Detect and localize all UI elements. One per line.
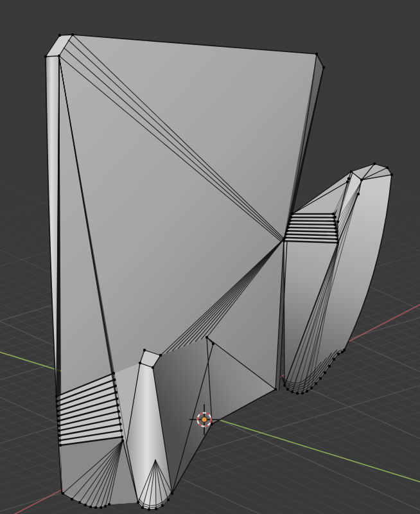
mesh-vertex[interactable]	[274, 388, 277, 391]
mesh-vertex[interactable]	[71, 33, 74, 36]
mesh-vertex[interactable]	[57, 424, 60, 427]
viewport-canvas[interactable]	[0, 0, 420, 514]
mesh-vertex[interactable]	[347, 177, 350, 180]
mesh-vertex[interactable]	[357, 193, 360, 195]
mesh-vertex[interactable]	[333, 216, 335, 218]
mesh-vertex[interactable]	[167, 499, 170, 501]
mesh-vertex[interactable]	[337, 353, 340, 355]
mesh-vertex[interactable]	[343, 349, 346, 351]
mesh-vertex[interactable]	[315, 382, 317, 385]
mesh-vertex[interactable]	[112, 372, 115, 375]
mesh-vertex[interactable]	[113, 378, 116, 381]
blender-3d-viewport[interactable]	[0, 0, 420, 514]
mesh-vertex[interactable]	[211, 423, 213, 425]
mesh-vertex[interactable]	[121, 436, 123, 438]
mesh-vertex[interactable]	[336, 238, 338, 240]
mesh-vertex[interactable]	[94, 506, 97, 509]
mesh-vertex[interactable]	[100, 506, 102, 509]
mesh-vertex[interactable]	[286, 226, 289, 229]
mesh-vertex[interactable]	[315, 53, 318, 55]
mesh-vertex[interactable]	[155, 508, 157, 510]
mesh-vertex[interactable]	[386, 166, 389, 169]
mesh-vertex[interactable]	[337, 242, 339, 244]
mesh-vertex[interactable]	[324, 371, 326, 374]
mesh-vertex[interactable]	[333, 358, 335, 360]
mesh-vertex[interactable]	[283, 240, 285, 242]
mesh-vertex[interactable]	[328, 365, 331, 368]
mesh-vertex[interactable]	[121, 439, 124, 442]
mesh-vertex[interactable]	[55, 400, 58, 402]
mesh-vertex[interactable]	[116, 403, 119, 406]
mesh-vertex[interactable]	[58, 439, 61, 441]
mesh-vertex[interactable]	[291, 213, 293, 215]
mesh-vertex[interactable]	[59, 444, 62, 447]
mesh-vertex[interactable]	[322, 66, 325, 69]
mesh-vertex[interactable]	[284, 236, 286, 239]
mesh-vertex[interactable]	[335, 231, 337, 233]
object-origin-dot	[202, 417, 207, 423]
mesh-vertex[interactable]	[62, 492, 64, 495]
mesh-vertex[interactable]	[212, 342, 214, 345]
mesh-vertex[interactable]	[57, 414, 59, 417]
mesh-vertex[interactable]	[58, 55, 60, 57]
mesh-vertex[interactable]	[206, 336, 208, 339]
mesh-vertex[interactable]	[333, 224, 336, 226]
mesh-vertex[interactable]	[108, 503, 110, 506]
mesh-vertex[interactable]	[296, 392, 299, 394]
mesh-vertex[interactable]	[171, 492, 173, 495]
mesh-vertex[interactable]	[118, 410, 120, 412]
mesh-vertex[interactable]	[116, 397, 118, 400]
mesh-vertex[interactable]	[55, 395, 58, 398]
mesh-vertex[interactable]	[78, 501, 81, 504]
mesh-vertex[interactable]	[56, 405, 58, 407]
mesh-vertex[interactable]	[288, 223, 290, 226]
mesh-vertex[interactable]	[118, 416, 121, 419]
mesh-vertex[interactable]	[337, 220, 339, 223]
mesh-vertex[interactable]	[120, 429, 123, 432]
mesh-vertex[interactable]	[373, 163, 376, 165]
mesh-vertex[interactable]	[89, 506, 92, 508]
mesh-vertex[interactable]	[332, 213, 335, 215]
mesh-vertex[interactable]	[152, 366, 154, 369]
mesh-vertex[interactable]	[115, 391, 118, 394]
mesh-vertex[interactable]	[286, 229, 288, 232]
mesh-vertex[interactable]	[119, 423, 121, 425]
mesh-vertex[interactable]	[143, 349, 146, 351]
mesh-vertex[interactable]	[319, 377, 322, 380]
mesh-vertex[interactable]	[148, 508, 150, 511]
mesh-vertex[interactable]	[346, 181, 349, 183]
mesh-vertex[interactable]	[333, 220, 336, 222]
mesh-vertex[interactable]	[141, 506, 144, 509]
mesh-vertex[interactable]	[161, 504, 164, 507]
mesh-vertex[interactable]	[139, 362, 141, 364]
mesh-vertex[interactable]	[310, 387, 313, 389]
mesh-vertex[interactable]	[390, 173, 393, 176]
mesh-vertex[interactable]	[104, 505, 107, 508]
mesh-vertex[interactable]	[360, 179, 363, 181]
mesh-vertex[interactable]	[306, 390, 308, 393]
mesh-vertex[interactable]	[44, 55, 47, 58]
mesh-vertex[interactable]	[114, 385, 116, 387]
mesh-vertex[interactable]	[334, 227, 337, 229]
mesh-vertex[interactable]	[84, 504, 87, 506]
mesh-vertex[interactable]	[283, 384, 286, 387]
mesh-vertex[interactable]	[291, 391, 293, 393]
mesh-vertex[interactable]	[159, 354, 162, 357]
mesh-vertex[interactable]	[301, 392, 304, 394]
mesh-vertex[interactable]	[57, 410, 59, 412]
mesh-vertex[interactable]	[137, 501, 139, 504]
mesh-vertex[interactable]	[58, 434, 61, 437]
mesh-vertex[interactable]	[335, 234, 338, 236]
mesh-vertex[interactable]	[71, 498, 73, 501]
mesh-vertex[interactable]	[289, 219, 292, 222]
mesh-vertex[interactable]	[350, 170, 353, 173]
mesh-vertex[interactable]	[58, 34, 61, 37]
mesh-vertex[interactable]	[57, 420, 60, 422]
mesh-vertex[interactable]	[286, 388, 289, 391]
mesh-vertex[interactable]	[290, 216, 292, 218]
mesh-vertex[interactable]	[58, 429, 60, 432]
mesh-vertex[interactable]	[284, 233, 287, 235]
